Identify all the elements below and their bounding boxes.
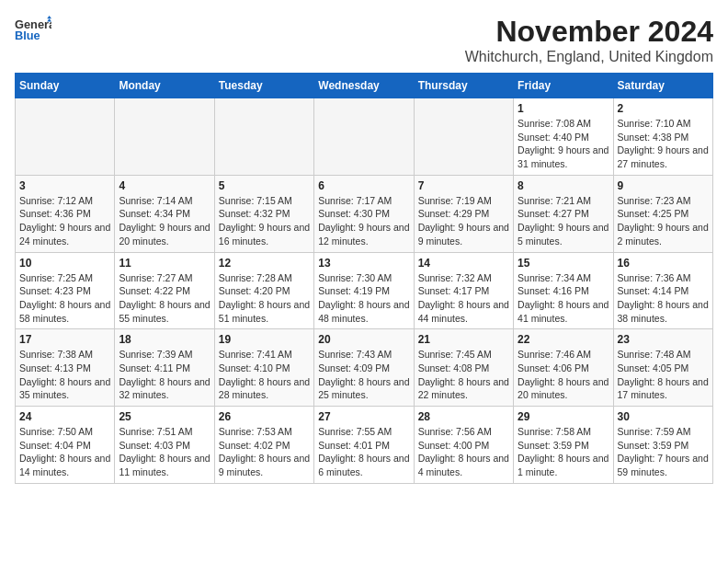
day-number: 10 xyxy=(19,257,110,270)
calendar-week-row: 3Sunrise: 7:12 AM Sunset: 4:36 PM Daylig… xyxy=(16,175,713,252)
day-number: 19 xyxy=(219,333,310,346)
calendar-cell: 10Sunrise: 7:25 AM Sunset: 4:23 PM Dayli… xyxy=(16,252,115,329)
calendar-cell: 4Sunrise: 7:14 AM Sunset: 4:34 PM Daylig… xyxy=(115,175,214,252)
calendar-cell: 30Sunrise: 7:59 AM Sunset: 3:59 PM Dayli… xyxy=(613,407,712,484)
svg-marker-2 xyxy=(47,16,51,18)
calendar-cell: 19Sunrise: 7:41 AM Sunset: 4:10 PM Dayli… xyxy=(214,329,313,407)
calendar-cell: 28Sunrise: 7:56 AM Sunset: 4:00 PM Dayli… xyxy=(414,407,513,484)
calendar-cell: 17Sunrise: 7:38 AM Sunset: 4:13 PM Dayli… xyxy=(16,329,115,407)
calendar-cell xyxy=(214,98,313,176)
day-number: 26 xyxy=(219,410,310,423)
logo-icon: General Blue xyxy=(15,15,51,42)
day-info: Sunrise: 7:41 AM Sunset: 4:10 PM Dayligh… xyxy=(219,348,310,402)
weekday-header: Saturday xyxy=(613,74,712,98)
calendar-cell: 20Sunrise: 7:43 AM Sunset: 4:09 PM Dayli… xyxy=(314,329,414,407)
day-number: 28 xyxy=(418,410,509,423)
day-number: 5 xyxy=(219,179,310,192)
weekday-header: Sunday xyxy=(16,74,115,98)
day-number: 21 xyxy=(418,333,509,346)
calendar-cell: 6Sunrise: 7:17 AM Sunset: 4:30 PM Daylig… xyxy=(314,175,414,252)
day-info: Sunrise: 7:17 AM Sunset: 4:30 PM Dayligh… xyxy=(318,194,409,248)
calendar-cell: 13Sunrise: 7:30 AM Sunset: 4:19 PM Dayli… xyxy=(314,252,414,329)
day-info: Sunrise: 7:28 AM Sunset: 4:20 PM Dayligh… xyxy=(219,271,310,326)
day-info: Sunrise: 7:23 AM Sunset: 4:25 PM Dayligh… xyxy=(618,194,709,248)
weekday-header-row: SundayMondayTuesdayWednesdayThursdayFrid… xyxy=(16,74,713,98)
day-number: 18 xyxy=(119,333,210,346)
day-number: 3 xyxy=(19,179,110,192)
day-number: 24 xyxy=(19,410,110,423)
day-info: Sunrise: 7:46 AM Sunset: 4:06 PM Dayligh… xyxy=(518,348,609,402)
day-number: 16 xyxy=(618,257,709,270)
weekday-header: Thursday xyxy=(414,74,513,98)
weekday-header: Monday xyxy=(115,74,214,98)
day-number: 2 xyxy=(618,102,709,115)
calendar-cell: 2Sunrise: 7:10 AM Sunset: 4:38 PM Daylig… xyxy=(613,98,712,176)
calendar-cell: 9Sunrise: 7:23 AM Sunset: 4:25 PM Daylig… xyxy=(613,175,712,252)
month-title: November 2024 xyxy=(465,15,713,49)
day-number: 11 xyxy=(119,257,210,270)
calendar-cell: 22Sunrise: 7:46 AM Sunset: 4:06 PM Dayli… xyxy=(514,329,613,407)
calendar-cell xyxy=(314,98,414,176)
day-info: Sunrise: 7:59 AM Sunset: 3:59 PM Dayligh… xyxy=(618,425,709,479)
day-number: 4 xyxy=(119,179,210,192)
title-section: November 2024 Whitchurch, England, Unite… xyxy=(465,15,713,65)
day-info: Sunrise: 7:32 AM Sunset: 4:17 PM Dayligh… xyxy=(418,271,509,326)
day-number: 12 xyxy=(219,257,310,270)
day-info: Sunrise: 7:25 AM Sunset: 4:23 PM Dayligh… xyxy=(19,271,110,326)
day-number: 20 xyxy=(318,333,409,346)
svg-text:Blue: Blue xyxy=(15,29,40,42)
calendar-cell: 23Sunrise: 7:48 AM Sunset: 4:05 PM Dayli… xyxy=(613,329,712,407)
calendar-cell: 14Sunrise: 7:32 AM Sunset: 4:17 PM Dayli… xyxy=(414,252,513,329)
day-info: Sunrise: 7:27 AM Sunset: 4:22 PM Dayligh… xyxy=(119,271,210,326)
day-number: 9 xyxy=(618,179,709,192)
day-number: 29 xyxy=(518,410,609,423)
logo: General Blue xyxy=(15,15,51,42)
day-info: Sunrise: 7:19 AM Sunset: 4:29 PM Dayligh… xyxy=(418,194,509,248)
calendar-cell: 15Sunrise: 7:34 AM Sunset: 4:16 PM Dayli… xyxy=(514,252,613,329)
calendar-cell xyxy=(115,98,214,176)
day-info: Sunrise: 7:55 AM Sunset: 4:01 PM Dayligh… xyxy=(318,425,409,479)
calendar-week-row: 10Sunrise: 7:25 AM Sunset: 4:23 PM Dayli… xyxy=(16,252,713,329)
calendar-cell: 25Sunrise: 7:51 AM Sunset: 4:03 PM Dayli… xyxy=(115,407,214,484)
day-info: Sunrise: 7:48 AM Sunset: 4:05 PM Dayligh… xyxy=(618,348,709,402)
calendar-cell: 24Sunrise: 7:50 AM Sunset: 4:04 PM Dayli… xyxy=(16,407,115,484)
day-info: Sunrise: 7:38 AM Sunset: 4:13 PM Dayligh… xyxy=(19,348,110,402)
day-number: 6 xyxy=(318,179,409,192)
calendar-week-row: 17Sunrise: 7:38 AM Sunset: 4:13 PM Dayli… xyxy=(16,329,713,407)
calendar-cell: 3Sunrise: 7:12 AM Sunset: 4:36 PM Daylig… xyxy=(16,175,115,252)
calendar-week-row: 24Sunrise: 7:50 AM Sunset: 4:04 PM Dayli… xyxy=(16,407,713,484)
day-info: Sunrise: 7:45 AM Sunset: 4:08 PM Dayligh… xyxy=(418,348,509,402)
weekday-header: Wednesday xyxy=(314,74,414,98)
day-info: Sunrise: 7:08 AM Sunset: 4:40 PM Dayligh… xyxy=(518,117,609,171)
day-info: Sunrise: 7:30 AM Sunset: 4:19 PM Dayligh… xyxy=(318,271,409,326)
day-number: 27 xyxy=(318,410,409,423)
day-info: Sunrise: 7:12 AM Sunset: 4:36 PM Dayligh… xyxy=(19,194,110,248)
day-info: Sunrise: 7:53 AM Sunset: 4:02 PM Dayligh… xyxy=(219,425,310,479)
day-number: 25 xyxy=(119,410,210,423)
page-header: General Blue November 2024 Whitchurch, E… xyxy=(15,15,713,65)
day-number: 23 xyxy=(618,333,709,346)
calendar-cell: 7Sunrise: 7:19 AM Sunset: 4:29 PM Daylig… xyxy=(414,175,513,252)
calendar-cell xyxy=(414,98,513,176)
calendar-cell: 18Sunrise: 7:39 AM Sunset: 4:11 PM Dayli… xyxy=(115,329,214,407)
day-info: Sunrise: 7:15 AM Sunset: 4:32 PM Dayligh… xyxy=(219,194,310,248)
weekday-header: Friday xyxy=(514,74,613,98)
day-number: 8 xyxy=(518,179,609,192)
calendar-cell: 26Sunrise: 7:53 AM Sunset: 4:02 PM Dayli… xyxy=(214,407,313,484)
day-info: Sunrise: 7:34 AM Sunset: 4:16 PM Dayligh… xyxy=(518,271,609,326)
calendar-table: SundayMondayTuesdayWednesdayThursdayFrid… xyxy=(15,73,713,484)
day-number: 17 xyxy=(19,333,110,346)
day-number: 22 xyxy=(518,333,609,346)
day-number: 13 xyxy=(318,257,409,270)
day-info: Sunrise: 7:51 AM Sunset: 4:03 PM Dayligh… xyxy=(119,425,210,479)
calendar-cell: 8Sunrise: 7:21 AM Sunset: 4:27 PM Daylig… xyxy=(514,175,613,252)
day-number: 14 xyxy=(418,257,509,270)
calendar-week-row: 1Sunrise: 7:08 AM Sunset: 4:40 PM Daylig… xyxy=(16,98,713,176)
calendar-cell: 12Sunrise: 7:28 AM Sunset: 4:20 PM Dayli… xyxy=(214,252,313,329)
day-number: 30 xyxy=(618,410,709,423)
calendar-cell: 21Sunrise: 7:45 AM Sunset: 4:08 PM Dayli… xyxy=(414,329,513,407)
day-info: Sunrise: 7:43 AM Sunset: 4:09 PM Dayligh… xyxy=(318,348,409,402)
day-info: Sunrise: 7:56 AM Sunset: 4:00 PM Dayligh… xyxy=(418,425,509,479)
calendar-cell: 11Sunrise: 7:27 AM Sunset: 4:22 PM Dayli… xyxy=(115,252,214,329)
calendar-cell: 16Sunrise: 7:36 AM Sunset: 4:14 PM Dayli… xyxy=(613,252,712,329)
